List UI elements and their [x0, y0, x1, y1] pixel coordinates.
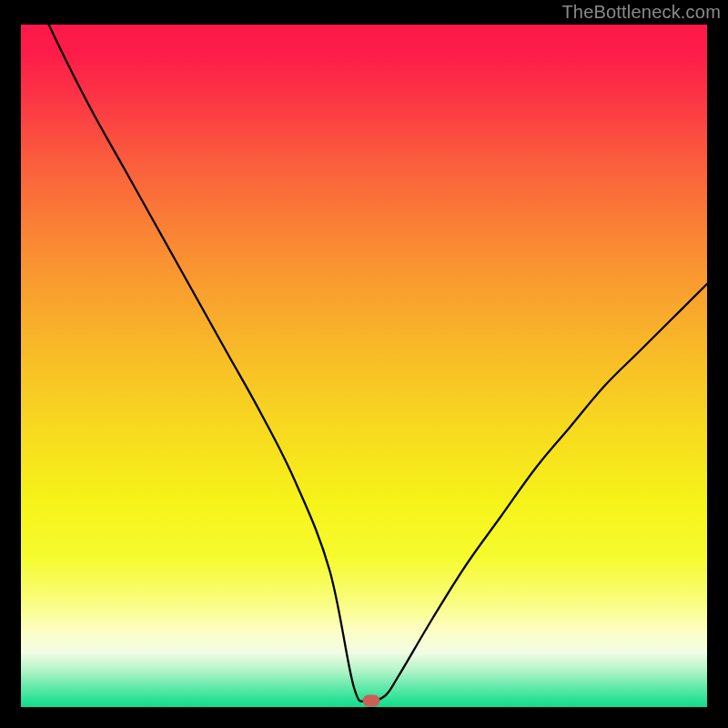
chart-frame: TheBottleneck.com [0, 0, 728, 728]
watermark-text: TheBottleneck.com [561, 2, 721, 23]
plot-area [21, 25, 707, 707]
optimum-marker [362, 694, 379, 706]
bottleneck-curve [21, 25, 707, 707]
